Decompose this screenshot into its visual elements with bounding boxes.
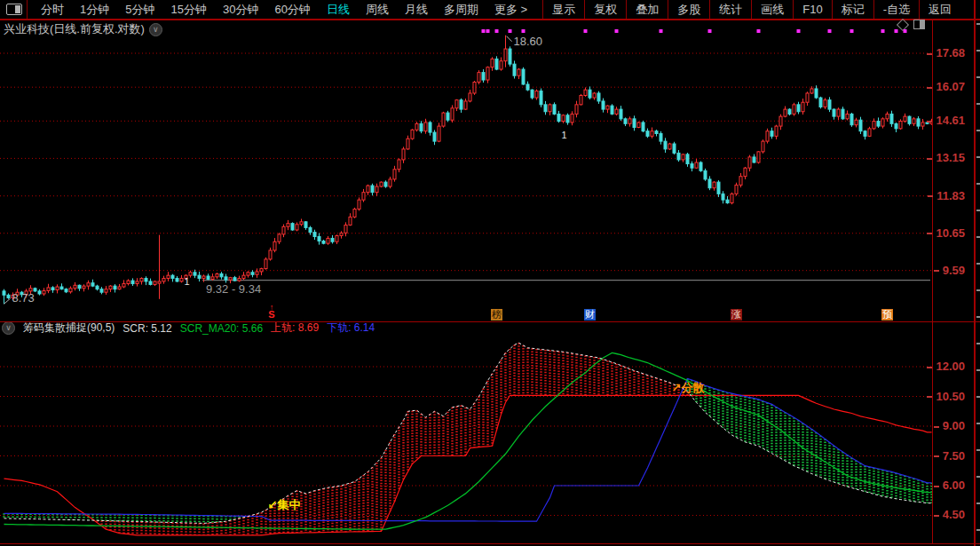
candlestick-series: [3, 36, 932, 305]
main-candlestick-chart[interactable]: 9.32 - 9.3418.608.7311: [0, 20, 932, 321]
event-dots: [482, 29, 907, 33]
menu-item-right-6[interactable]: F10: [793, 0, 831, 19]
axis-tick: [934, 270, 939, 272]
low-price-label: 8.73: [12, 291, 35, 305]
badge-1[interactable]: 榜: [491, 309, 502, 320]
menu-item-left-1[interactable]: 1分钟: [72, 0, 117, 19]
menu-item-left-7[interactable]: 周线: [358, 0, 397, 19]
menu-item-right-3[interactable]: 多股: [668, 0, 709, 19]
badge-2[interactable]: 财: [584, 309, 596, 320]
menu-item-right-5[interactable]: 画线: [751, 0, 793, 19]
period-menu: 分时1分钟5分钟15分钟30分钟60分钟日线周线月线多周期更多 >: [33, 0, 535, 19]
menu-item-right-4[interactable]: 统计: [709, 0, 751, 19]
main-gridlines: [0, 53, 932, 271]
menu-item-left-4[interactable]: 30分钟: [215, 0, 266, 19]
indicator-tick-12: 12.00: [927, 360, 965, 373]
menu-item-right-0[interactable]: 显示: [542, 0, 584, 19]
menu-item-left-0[interactable]: 分时: [33, 0, 72, 19]
price-tick-17.68: 17.68: [927, 46, 965, 59]
bottom-border: [0, 543, 980, 544]
price-tick-10.65: 10.65: [927, 226, 965, 240]
menu-item-left-2[interactable]: 5分钟: [117, 0, 162, 19]
menu-item-left-8[interactable]: 月线: [397, 0, 436, 19]
badge-4[interactable]: 预: [881, 309, 893, 320]
axis-tick: [927, 233, 932, 234]
price-tick-16.07: 16.07: [927, 80, 965, 93]
menu-item-left-3[interactable]: 15分钟: [162, 0, 214, 19]
axis-tick: [928, 195, 933, 197]
marker-1: 1: [185, 276, 190, 287]
menubar: 分时1分钟5分钟15分钟30分钟60分钟日线周线月线多周期更多 > 显示复权叠加…: [0, 0, 980, 20]
indicator-tick-9: 9.00: [934, 419, 965, 432]
indicator-tick-7.5: 7.50: [934, 449, 965, 463]
menu-item-right-2[interactable]: 叠加: [626, 0, 668, 19]
right-edge-border: [974, 0, 976, 546]
axis-tick: [934, 455, 939, 457]
svg-text:9.32 - 9.34: 9.32 - 9.34: [206, 282, 261, 296]
menu-item-left-6[interactable]: 日线: [319, 0, 358, 19]
indicator-label-1: ↗分散: [672, 381, 705, 394]
marker-1: 1: [562, 130, 567, 140]
menu-item-left-10[interactable]: 更多 >: [486, 0, 535, 19]
price-tick-14.61: 14.61: [927, 114, 965, 127]
menu-item-right-7[interactable]: 标记: [832, 0, 873, 19]
panel-divider[interactable]: [0, 321, 980, 322]
axis-tick: [934, 515, 939, 517]
axis-tick: [927, 367, 932, 368]
indicator-tick-6: 6.00: [934, 479, 965, 492]
axis-tick: [927, 87, 932, 89]
right-edge-ticks: [976, 23, 980, 542]
menu-item-right-1[interactable]: 复权: [584, 0, 626, 19]
price-axis: 17.6816.0714.6113.1511.8310.659.5912.001…: [932, 0, 974, 546]
axis-tick: [927, 396, 932, 398]
axis-tick: [927, 158, 932, 160]
menu-separator: [27, 0, 28, 19]
axis-tick: [934, 426, 939, 428]
scr-ma20-line: [4, 352, 932, 529]
menu-item-left-9[interactable]: 多周期: [436, 0, 486, 19]
badge-3[interactable]: 涨: [731, 309, 742, 320]
price-tick-11.83: 11.83: [928, 189, 965, 202]
axis-tick: [927, 121, 932, 123]
menu-item-right-8[interactable]: -自选: [873, 0, 919, 19]
price-tick-13.15: 13.15: [927, 151, 965, 164]
indicator-tick-4.5: 4.50: [934, 508, 965, 521]
lower-band-line: [4, 378, 932, 521]
tools-menu: 显示复权叠加多股统计画线F10标记-自选返回: [542, 0, 960, 19]
window-split-icon[interactable]: [6, 4, 22, 15]
menu-item-left-5[interactable]: 60分钟: [266, 0, 318, 19]
high-price-label: 18.60: [514, 35, 543, 48]
axis-tick: [927, 53, 932, 55]
scr-line: [4, 343, 932, 523]
indicator-label-0: ↙集中: [268, 498, 301, 511]
price-tick-9.59: 9.59: [934, 264, 965, 277]
axis-tick: [934, 486, 939, 487]
indicator-chart[interactable]: ↙集中↗分散: [0, 333, 932, 543]
badge-signal-s[interactable]: ↑S: [266, 304, 277, 318]
indicator-tick-10.5: 10.50: [927, 390, 965, 403]
